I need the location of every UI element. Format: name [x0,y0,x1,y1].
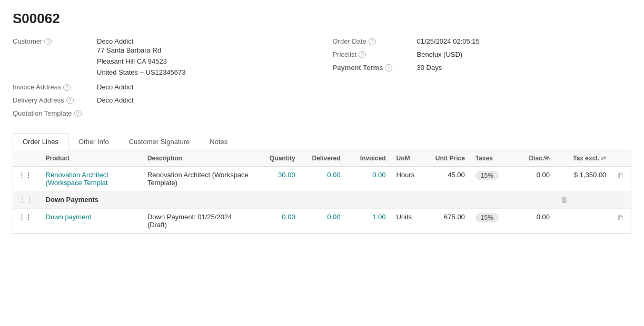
section-delete[interactable]: 🗑 [555,191,611,209]
col-uom-header: UoM [391,150,424,167]
col-action-header [611,150,631,167]
disc-cell[interactable]: 0.00 [516,167,555,191]
down-payment-link[interactable]: Down payment [46,213,92,221]
delete-row-action[interactable]: 🗑 [611,167,631,191]
table-row: ⋮⋮ Renovation Architect (Workspace Templ… [13,167,631,191]
payment-terms-label: Payment Terms ? [333,64,417,72]
taxes-cell[interactable]: 15% [470,167,516,191]
uom-cell: Units [391,209,424,233]
delivery-address-value: Deco Addict [97,96,133,104]
unit-price-cell[interactable]: 45.00 [425,167,470,191]
col-quantity-header: Quantity [255,150,301,167]
product-link[interactable]: Renovation Architect (Workspace Templat [46,171,108,187]
col-drag [13,150,41,167]
drag-handle[interactable]: ⋮⋮ [13,167,41,191]
invoiced-cell: 0.00 [346,167,391,191]
delivery-address-help-icon[interactable]: ? [66,97,74,104]
quotation-template-help-icon[interactable]: ? [74,110,82,117]
tab-order-lines[interactable]: Order Lines [13,133,68,150]
customer-address: 77 Santa Barbara Rd Pleasant Hill CA 945… [97,45,185,78]
order-date-value: 01/25/2024 02:05:15 [417,37,480,45]
quantity-cell[interactable]: 0.00 [255,209,301,233]
product-cell[interactable]: Down payment [41,209,142,233]
disc-cell[interactable]: 0.00 [516,209,555,233]
taxes-cell[interactable]: 15% [470,209,516,233]
pricelist-value: Benelux (USD) [417,50,463,58]
col-description-header: Description [142,150,255,167]
tax-excl-cell: $ 1,350.00 [555,167,611,191]
invoice-address-label: Invoice Address ? [13,83,97,91]
invoice-address-help-icon[interactable]: ? [63,84,71,91]
settings-icon[interactable]: ⇌ [601,155,606,162]
tab-notes[interactable]: Notes [200,133,237,150]
section-row-down-payments: ⋮⋮ Down Payments 🗑 [13,191,631,209]
pricelist-label: Pricelist ? [333,50,417,58]
quotation-template-label: Quotation Template ? [13,109,97,117]
uom-cell: Hours [391,167,424,191]
order-title: S00062 [13,11,631,27]
product-cell[interactable]: Renovation Architect (Workspace Templat [41,167,142,191]
delivered-cell[interactable]: 0.00 [301,209,346,233]
invoice-address-value: Deco Addict [97,83,133,91]
order-date-help-icon[interactable]: ? [369,38,376,45]
delivery-address-label: Delivery Address ? [13,96,97,104]
description-cell: Down Payment: 01/25/2024 (Draft) [142,209,255,233]
customer-label: Customer ? [13,37,97,45]
invoiced-cell: 1.00 [346,209,391,233]
payment-terms-value: 30 Days [417,64,442,72]
tab-customer-signature[interactable]: Customer Signature [119,133,200,150]
col-product-header: Product [41,150,142,167]
tax-excl-cell [555,209,611,233]
description-cell: Renovation Architect (Workspace Template… [142,167,255,191]
col-unit-price-header: Unit Price [425,150,470,167]
payment-terms-help-icon[interactable]: ? [385,64,392,72]
tab-other-info[interactable]: Other Info [68,133,119,150]
pricelist-help-icon[interactable]: ? [359,51,366,58]
drag-handle[interactable]: ⋮⋮ [13,209,41,233]
customer-help-icon[interactable]: ? [44,38,52,45]
delete-row-action[interactable]: 🗑 [611,209,631,233]
order-date-label: Order Date ? [333,37,417,45]
tab-bar: Order Lines Other Info Customer Signatur… [13,133,631,150]
quantity-cell[interactable]: 30.00 [255,167,301,191]
col-disc-header: Disc.% [516,150,555,167]
col-tax-excl-header: Tax excl. ⇌ [555,150,611,167]
col-delivered-header: Delivered [301,150,346,167]
table-row: ⋮⋮ Down payment Down Payment: 01/25/2024… [13,209,631,233]
order-lines-table: Product Description Quantity Delivered I… [13,150,631,234]
customer-name-link[interactable]: Deco Addict [97,37,133,45]
delivered-cell[interactable]: 0.00 [301,167,346,191]
unit-price-cell[interactable]: 675.00 [425,209,470,233]
section-label: Down Payments [41,191,555,209]
col-taxes-header: Taxes [470,150,516,167]
col-invoiced-header: Invoiced [346,150,391,167]
section-drag[interactable]: ⋮⋮ [13,191,41,209]
